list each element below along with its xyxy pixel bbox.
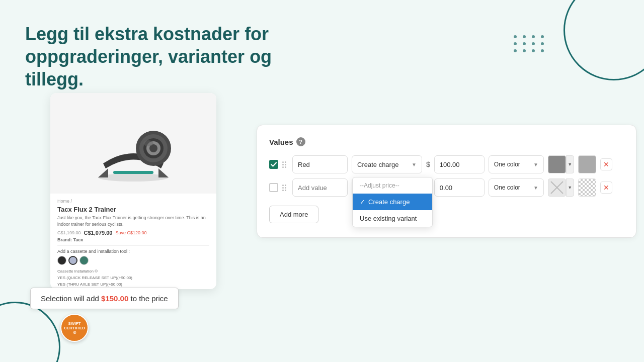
values-header: Values ?: [269, 137, 624, 146]
row2-color-label: One color: [494, 184, 520, 191]
product-description: Just like you, the Tacx Flux Trainer is …: [57, 215, 209, 227]
svg-rect-7: [113, 171, 153, 174]
charge-type-popup: --Adjust price-- ✓ Create charge Use exi…: [352, 177, 433, 227]
row1-chevron-down-icon: ▼: [533, 162, 538, 167]
row2-value-input[interactable]: [292, 178, 348, 197]
selection-badge: Selection will add $150.00 to the price: [30, 288, 179, 309]
breadcrumb: Home /: [57, 199, 209, 204]
row1-value-input[interactable]: [292, 155, 348, 173]
checkmark-icon: [271, 162, 277, 167]
row2-color1-xpattern[interactable]: [548, 178, 566, 197]
decorative-dots: [514, 35, 546, 52]
value-row-2: Create charge ▼ $ One color ▼ ▼ ✕: [269, 178, 624, 197]
row1-color-label-select[interactable]: One color ▼: [489, 155, 544, 173]
cassette-label: Cassette Installation ©: [57, 268, 209, 275]
row1-color2-preview[interactable]: [578, 155, 596, 173]
cassette-opt1: YES (QUICK RELEASE SET UP)(+$0.00): [57, 275, 209, 281]
brand-text: Brand: Tacx: [57, 237, 83, 242]
product-details: Home / Tacx Flux 2 Trainer Just like you…: [50, 194, 216, 289]
row2-chevron-down2-icon: ▼: [533, 185, 538, 191]
color-swatch-black[interactable]: [57, 256, 66, 265]
row2-remove-button[interactable]: ✕: [600, 182, 612, 194]
selection-prefix: Selection will add: [41, 294, 99, 303]
headline-line1: Legg til ekstra kostnader for: [25, 23, 327, 45]
swift-badge: SWIFT CERTIFIED ⊙: [60, 314, 89, 342]
chevron-down-icon: ▼: [412, 162, 417, 167]
add-more-button[interactable]: Add more: [269, 206, 318, 223]
row1-checkbox[interactable]: [269, 160, 278, 169]
addon-rows: Cassette Installation © YES (QUICK RELEA…: [57, 268, 209, 288]
brand-row: Brand: Tacx: [57, 237, 209, 242]
svg-point-6: [143, 140, 153, 146]
row2-drag-handle[interactable]: [282, 185, 288, 191]
value-row-1: Create charge ▼ --Adjust price-- ✓ Creat…: [269, 155, 624, 173]
headline-line2: oppgraderinger, varianter og tillegg.: [25, 45, 327, 90]
row1-dollar-sign: $: [426, 160, 430, 168]
swift-symbol: ⊙: [73, 330, 76, 335]
values-title: Values: [269, 138, 293, 146]
charge-dropdown-label: Create charge: [357, 161, 398, 168]
row1-color1[interactable]: [548, 155, 566, 173]
product-name: Tacx Flux 2 Trainer: [57, 206, 209, 213]
trainer-svg: [83, 103, 184, 184]
cassette-opt2: YES (THRU AXLE SET UP)(+$0.00): [57, 281, 209, 288]
row2-checkerboard[interactable]: [578, 178, 596, 197]
row1-color1-arrow[interactable]: ▼: [566, 155, 574, 173]
color-options[interactable]: [57, 256, 209, 265]
dropdown-item-create[interactable]: ✓ Create charge: [353, 194, 432, 210]
product-card: Home / Tacx Flux 2 Trainer Just like you…: [50, 93, 216, 289]
row2-color-box[interactable]: ▼: [548, 178, 574, 197]
price-old: C$1,199.00: [57, 230, 81, 235]
decorative-circle-top: [564, 0, 644, 80]
row2-color1-arrow[interactable]: ▼: [566, 178, 574, 197]
info-icon[interactable]: ?: [296, 137, 305, 146]
row2-color-label-select[interactable]: One color ▼: [489, 178, 544, 197]
svg-point-0: [98, 173, 169, 182]
adjust-price-label: --Adjust price--: [360, 182, 399, 189]
color-swatch-green[interactable]: [79, 256, 89, 265]
row2-checkbox[interactable]: [269, 183, 278, 192]
product-image: [50, 93, 216, 194]
color-swatch-blue[interactable]: [68, 256, 77, 265]
row1-charge-dropdown[interactable]: Create charge ▼ --Adjust price-- ✓ Creat…: [352, 155, 422, 173]
check-mark-icon: ✓: [360, 198, 365, 206]
swift-line2: CERTIFIED: [64, 326, 85, 330]
dropdown-item-existing[interactable]: Use existing variant: [353, 210, 432, 227]
selection-amount: $150.00: [101, 294, 128, 303]
row1-drag-handle[interactable]: [282, 161, 288, 168]
row2-amount-input[interactable]: [434, 178, 485, 197]
decorative-circle-bottom: [0, 302, 60, 362]
checkbox-unchecked-icon: [269, 183, 278, 192]
create-charge-label: Create charge: [368, 198, 410, 206]
page-headline: Legg til ekstra kostnader for oppgraderi…: [25, 23, 327, 90]
swift-line1: SWIFT: [68, 321, 81, 326]
values-panel: Values ? Create charge ▼ --Adj: [257, 125, 636, 238]
selection-suffix: to the price: [130, 294, 168, 303]
price-new: C$1,079.00: [84, 230, 113, 236]
existing-variant-label: Use existing variant: [360, 215, 417, 222]
dropdown-item-adjust[interactable]: --Adjust price--: [353, 177, 432, 194]
checkbox-checked-icon: [269, 160, 278, 169]
addon-label: Add a cassette and installation tool :: [57, 249, 209, 254]
row1-color-box[interactable]: ▼: [548, 155, 574, 173]
addon-section: Add a cassette and installation tool : C…: [57, 245, 209, 288]
row1-color-label: One color: [494, 161, 520, 168]
row1-remove-button[interactable]: ✕: [600, 158, 612, 170]
price-save: Save C$120.00: [115, 230, 146, 235]
row1-amount-input[interactable]: [434, 155, 485, 173]
